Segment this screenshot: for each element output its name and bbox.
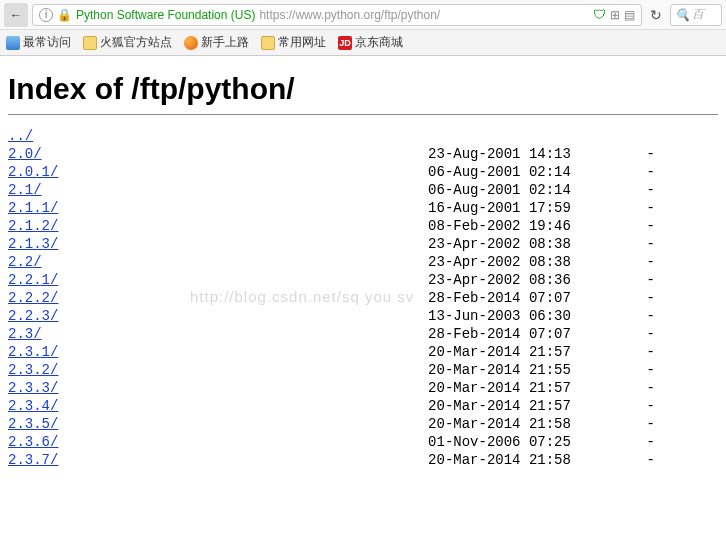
divider xyxy=(8,114,718,115)
dir-link[interactable]: 2.3/ xyxy=(8,326,42,342)
url-field[interactable]: i 🔒 Python Software Foundation (US) http… xyxy=(32,4,642,26)
folder-icon xyxy=(83,36,97,50)
bookmark-label: 京东商城 xyxy=(355,34,403,51)
bookmark-label: 常用网址 xyxy=(278,34,326,51)
folder-icon xyxy=(261,36,275,50)
address-bar: ← i 🔒 Python Software Foundation (US) ht… xyxy=(0,0,726,30)
bookmark-fx-official[interactable]: 火狐官方站点 xyxy=(83,34,172,51)
dir-link[interactable]: 2.1/ xyxy=(8,182,42,198)
dir-link[interactable]: 2.1.3/ xyxy=(8,236,58,252)
dir-link[interactable]: 2.3.4/ xyxy=(8,398,58,414)
shield-icon[interactable]: 🛡 xyxy=(593,7,606,22)
bookmark-label: 最常访问 xyxy=(23,34,71,51)
dir-link[interactable]: 2.2.2/ xyxy=(8,290,58,306)
page-title: Index of /ftp/python/ xyxy=(8,72,718,106)
jd-icon: JD xyxy=(338,36,352,50)
reload-button[interactable]: ↻ xyxy=(646,7,666,23)
bookmark-common-sites[interactable]: 常用网址 xyxy=(261,34,326,51)
dir-link[interactable]: 2.3.5/ xyxy=(8,416,58,432)
qr-icon[interactable]: ⊞ xyxy=(610,8,620,22)
most-visited-icon xyxy=(6,36,20,50)
bookmark-jd[interactable]: JD 京东商城 xyxy=(338,34,403,51)
search-hint: 百 xyxy=(692,6,704,23)
bookmark-label: 新手上路 xyxy=(201,34,249,51)
reader-icon[interactable]: ▤ xyxy=(624,8,635,22)
dir-link[interactable]: 2.0/ xyxy=(8,146,42,162)
bookmarks-bar: 最常访问 火狐官方站点 新手上路 常用网址 JD 京东商城 xyxy=(0,30,726,56)
site-info-icon[interactable]: i xyxy=(39,8,53,22)
search-icon: 🔍 xyxy=(675,8,690,22)
dir-link[interactable]: 2.3.6/ xyxy=(8,434,58,450)
dir-link[interactable]: 2.2.3/ xyxy=(8,308,58,324)
parent-dir-link[interactable]: ../ xyxy=(8,128,33,144)
directory-listing: ../ 2.0/ 23-Aug-2001 14:13 - 2.0.1/ 06-A… xyxy=(8,127,718,469)
url-text: https://www.python.org/ftp/python/ xyxy=(259,8,440,22)
firefox-icon xyxy=(184,36,198,50)
dir-link[interactable]: 2.2.1/ xyxy=(8,272,58,288)
bookmark-most-visited[interactable]: 最常访问 xyxy=(6,34,71,51)
bookmark-newbie[interactable]: 新手上路 xyxy=(184,34,249,51)
dir-link[interactable]: 2.0.1/ xyxy=(8,164,58,180)
dir-link[interactable]: 2.3.1/ xyxy=(8,344,58,360)
search-box[interactable]: 🔍 百 xyxy=(670,4,722,26)
lock-icon: 🔒 xyxy=(57,8,72,22)
dir-link[interactable]: 2.1.1/ xyxy=(8,200,58,216)
dir-link[interactable]: 2.3.7/ xyxy=(8,452,58,468)
page-content: Index of /ftp/python/ http://blog.csdn.n… xyxy=(0,56,726,469)
dir-link[interactable]: 2.1.2/ xyxy=(8,218,58,234)
dir-link[interactable]: 2.2/ xyxy=(8,254,42,270)
bookmark-label: 火狐官方站点 xyxy=(100,34,172,51)
dir-link[interactable]: 2.3.3/ xyxy=(8,380,58,396)
site-identity: Python Software Foundation (US) xyxy=(76,8,255,22)
dir-link[interactable]: 2.3.2/ xyxy=(8,362,58,378)
back-button[interactable]: ← xyxy=(4,3,28,27)
